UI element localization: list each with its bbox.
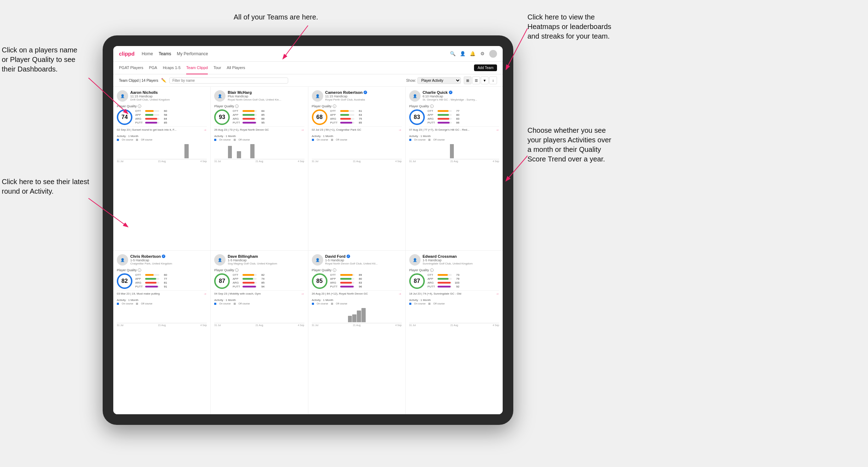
score-circle[interactable]: 74 [117, 109, 132, 125]
show-dropdown[interactable]: Player Activity Quality Score Trend [417, 77, 461, 84]
stat-value: 79 [453, 277, 459, 280]
bell-icon[interactable]: 🔔 [469, 51, 476, 57]
tab-all-players[interactable]: All Players [227, 62, 245, 74]
stat-label: ARG [330, 117, 339, 120]
sort-button[interactable]: ↕ [489, 76, 497, 84]
stat-value: 85 [258, 113, 264, 116]
player-name[interactable]: Dave Billingham [228, 254, 304, 258]
grid-view-button[interactable]: ⊞ [464, 76, 472, 84]
quality-content[interactable]: 68 OTT 61 APP 63 [312, 109, 402, 125]
stat-row: PUTT 94 [233, 285, 304, 288]
stat-bar [340, 110, 349, 112]
player-name[interactable]: Edward Crossman [423, 254, 499, 258]
navigate-arrow-icon[interactable]: → [301, 292, 304, 296]
settings-icon[interactable]: ⚙ [479, 51, 486, 57]
score-circle[interactable]: 83 [409, 109, 425, 125]
quality-content[interactable]: 85 OTT 89 APP 80 [312, 273, 402, 289]
stat-bar-bg [145, 274, 159, 276]
quality-content[interactable]: 82 OTT 60 APP 77 [117, 273, 207, 289]
last-round[interactable]: 02 Jul 23 | 59 (+1), Craigmillar Park GC… [312, 126, 402, 132]
navigate-arrow-icon[interactable]: → [398, 128, 402, 132]
score-circle[interactable]: 87 [409, 273, 425, 289]
tab-team-clippd[interactable]: Team Clippd [186, 62, 208, 74]
stat-row: PUTT 91 [135, 285, 207, 288]
stat-bar [438, 118, 449, 120]
tab-hcaps[interactable]: Hcaps 1-5 [163, 62, 181, 74]
filter-button[interactable]: ▼ [481, 76, 489, 84]
search-input[interactable] [169, 78, 288, 84]
nav-link-home[interactable]: Home [142, 51, 153, 56]
stat-bar-bg [242, 282, 257, 284]
player-club: Royal Perth Golf Club, Australia [325, 98, 402, 101]
date-start: 31 Jul [117, 160, 124, 163]
stats-list: OTT 61 APP 63 ARG [330, 109, 402, 125]
last-round[interactable]: 26 Aug 23 | 73 (+1), Royal North Devon G… [214, 126, 304, 132]
last-round-text: 26 Aug 23 | 73 (+1), Royal North Devon G… [214, 128, 301, 131]
navigate-arrow-icon[interactable]: → [203, 128, 207, 132]
edit-icon[interactable]: ✏️ [161, 78, 166, 83]
info-icon: i [333, 268, 336, 272]
verified-badge: ✓ [449, 91, 452, 94]
player-name[interactable]: Charlie Quick ✓ [423, 90, 499, 95]
score-circle[interactable]: 68 [312, 109, 327, 125]
navigate-arrow-icon[interactable]: → [496, 292, 499, 296]
score-circle[interactable]: 93 [214, 109, 230, 125]
stat-bar [145, 286, 158, 287]
chart-dates: 31 Jul 21 Aug 4 Sep [409, 160, 499, 163]
player-name[interactable]: Cameron Robertson ✓ [325, 90, 402, 95]
table-view-button[interactable]: ☰ [472, 76, 480, 84]
last-round-text: 07 Aug 23 | 77 (+7), St George's Hill GC… [409, 128, 496, 131]
tab-pga[interactable]: PGA [149, 62, 157, 74]
player-card: 👤 Aaron Nicholls 11:15 Handicap Drift Go… [113, 87, 210, 250]
nav-logo[interactable]: clippd [119, 51, 135, 57]
on-course-legend [409, 139, 411, 141]
tab-tour[interactable]: Tour [213, 62, 221, 74]
stat-value: 92 [453, 285, 459, 288]
nav-link-teams[interactable]: Teams [159, 51, 171, 56]
stat-value: 77 [161, 277, 167, 280]
quality-content[interactable]: 87 OTT 73 APP 79 [409, 273, 499, 289]
stat-value: 88 [258, 117, 264, 120]
nav-icons: 🔍 👤 🔔 ⚙ [450, 50, 497, 58]
last-round[interactable]: 02 Sep 23 | Sunset round to get back int… [117, 126, 207, 132]
player-name[interactable]: David Ford ✓ [325, 254, 402, 258]
add-team-button[interactable]: Add Team [474, 64, 497, 71]
navigate-arrow-icon[interactable]: → [301, 128, 304, 132]
navigate-arrow-icon[interactable]: → [203, 292, 207, 296]
last-round[interactable]: 03 Mar 23 | 19, Must make putting → [117, 290, 207, 296]
last-round[interactable]: 07 Aug 23 | 77 (+7), St George's Hill GC… [409, 126, 499, 132]
activity-legend: On course Off course [214, 138, 304, 141]
quality-content[interactable]: 87 OTT 82 APP 74 [214, 273, 304, 289]
date-end: 4 Sep [298, 324, 304, 326]
last-round[interactable]: 26 Aug 23 | 84 (+12), Royal North Devon … [312, 290, 402, 296]
navigate-arrow-icon[interactable]: → [496, 128, 499, 132]
stat-label: PUTT [135, 121, 144, 124]
stat-row: PUTT 95 [233, 121, 304, 124]
activity-legend: On course Off course [409, 138, 499, 141]
info-icon: i [430, 104, 434, 108]
player-name[interactable]: Blair McHarg [228, 90, 304, 95]
player-handicap: 11:15 Handicap [130, 95, 207, 98]
navigate-arrow-icon[interactable]: → [398, 292, 402, 296]
last-round[interactable]: 04 Sep 23 | Mobility with coach, Gym → [214, 290, 304, 296]
stat-value: 89 [356, 273, 362, 277]
stat-label: PUTT [428, 121, 436, 124]
quality-content[interactable]: 74 OTT 60 APP 58 [117, 109, 207, 125]
quality-label: Player Quality i [409, 104, 499, 108]
profile-icon[interactable]: 👤 [459, 51, 466, 57]
stat-bar [340, 282, 352, 284]
player-name[interactable]: Aaron Nicholls [130, 90, 207, 95]
avatar[interactable] [489, 50, 497, 58]
stat-bar-bg [438, 110, 452, 112]
nav-link-my-performance[interactable]: My Performance [177, 51, 208, 56]
player-name[interactable]: Chris Robertson ✓ [130, 254, 207, 258]
score-circle[interactable]: 87 [214, 273, 230, 289]
score-circle[interactable]: 85 [312, 273, 327, 289]
search-icon[interactable]: 🔍 [450, 51, 456, 57]
quality-content[interactable]: 93 OTT 84 APP 85 [214, 109, 304, 125]
last-round[interactable]: 18 Jul 23 | 74 (+4), Sunningdale GC - Ol… [409, 290, 499, 296]
avatar: 👤 [214, 254, 225, 266]
score-circle[interactable]: 82 [117, 273, 132, 289]
tab-pgat-players[interactable]: PGAT Players [119, 62, 143, 74]
quality-content[interactable]: 83 OTT 77 APP 80 [409, 109, 499, 125]
